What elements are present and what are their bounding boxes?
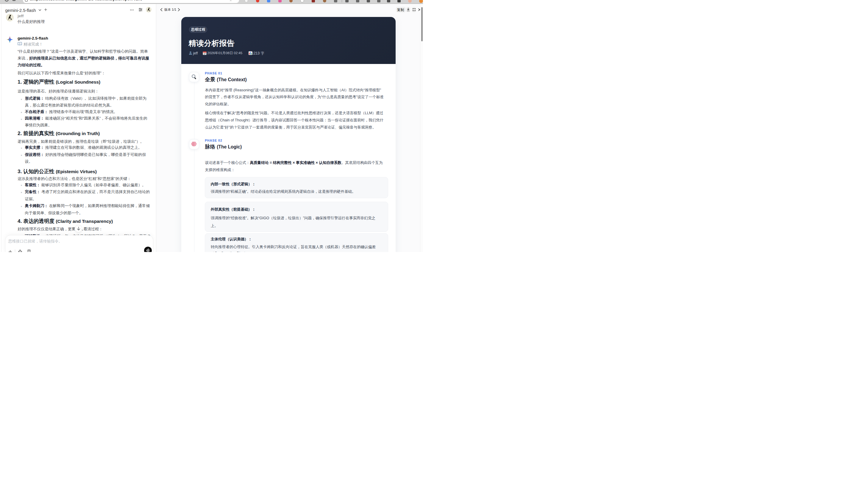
svg-text:17: 17	[203, 52, 206, 54]
